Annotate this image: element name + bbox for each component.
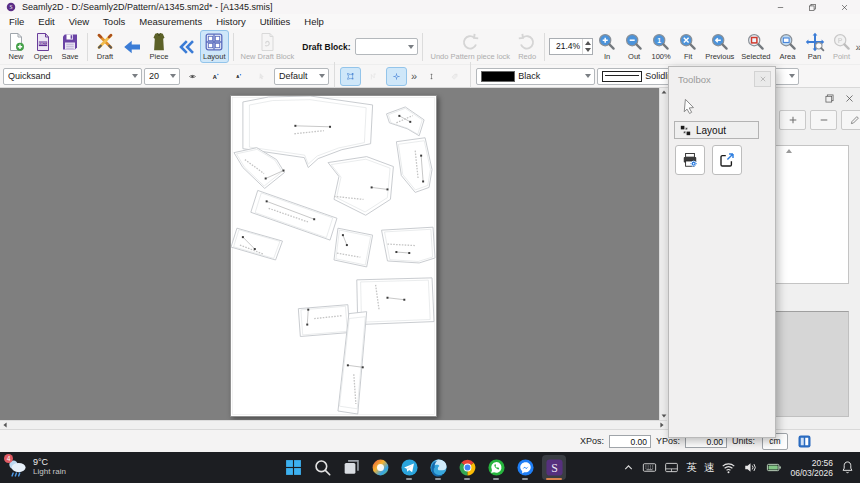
layout-mode-button[interactable]: Layout [200, 30, 229, 63]
menu-view[interactable]: View [62, 16, 96, 27]
taskbar-edge[interactable] [426, 455, 450, 480]
taskbar-whatsapp[interactable] [484, 455, 508, 480]
toolbox-title-bar[interactable]: Toolbox [669, 67, 775, 88]
decrease-font-button[interactable]: A [228, 67, 249, 86]
toolbox-layout-group[interactable]: Layout [674, 121, 759, 139]
wifi-icon[interactable] [721, 460, 736, 475]
export-layout-button[interactable] [712, 145, 742, 175]
new-button[interactable]: New [3, 30, 29, 63]
taskbar-start[interactable] [281, 455, 305, 480]
drawing-canvas[interactable] [0, 88, 667, 429]
zoom-fit-button[interactable]: Fit [675, 30, 701, 63]
goto-draft-arrow-button[interactable] [119, 35, 145, 59]
goto-piece-arrow-button[interactable] [173, 35, 199, 59]
zoom-selected-button[interactable]: Selected [738, 30, 773, 63]
weather-condition: Light rain [33, 467, 66, 477]
toolbar-overflow-button[interactable]: » [856, 41, 860, 53]
horizontal-scrollbar[interactable] [0, 420, 667, 429]
restore-button[interactable] [796, 0, 828, 14]
label-tool-button[interactable] [444, 67, 465, 86]
info-icon[interactable] [797, 434, 812, 449]
notifications-bell-icon[interactable] [840, 460, 855, 475]
input-mode-indicator[interactable]: 速 [704, 461, 715, 475]
scroll-up-icon[interactable] [661, 90, 666, 93]
input-language-indicator[interactable]: 英 [686, 461, 697, 475]
edit-group-button[interactable] [841, 110, 860, 130]
redo-button[interactable]: Redo [514, 30, 540, 63]
zoom-spinner[interactable]: 21.4% [549, 38, 593, 55]
touchpad-icon[interactable] [664, 460, 679, 475]
menu-file[interactable]: File [2, 16, 31, 27]
zoom-out-button[interactable]: Out [621, 30, 647, 63]
pan-button[interactable]: Pan [802, 30, 828, 63]
taskbar-task-view[interactable] [339, 455, 363, 480]
speaker-icon[interactable] [743, 460, 758, 475]
pattern-piece[interactable] [396, 138, 432, 193]
add-group-button[interactable] [779, 110, 806, 130]
save-button[interactable]: Save [57, 30, 83, 63]
show-point-names-button[interactable] [182, 67, 203, 86]
spin-up-icon[interactable] [585, 41, 591, 45]
zoom-previous-button[interactable]: Previous [702, 30, 737, 63]
battery-icon[interactable] [765, 460, 783, 475]
increase-font-button[interactable]: A [205, 67, 226, 86]
print-layout-button[interactable] [675, 145, 705, 175]
zoom-in-button[interactable]: In [594, 30, 620, 63]
arrow-pointer-tool-button[interactable] [674, 91, 704, 121]
undo-button[interactable]: Undo Pattern piece lock [427, 30, 513, 63]
font-size-combo[interactable]: 20 [144, 68, 180, 85]
pattern-piece[interactable] [357, 278, 434, 325]
taskbar-weather-widget[interactable]: 4 9°C Light rain [6, 456, 66, 478]
taskbar-copilot[interactable] [368, 455, 392, 480]
menu-edit[interactable]: Edit [31, 16, 61, 27]
open-button[interactable]: SM2DOpen [30, 30, 56, 63]
scroll-left-icon[interactable] [3, 423, 6, 428]
dock-close-icon[interactable] [844, 93, 855, 104]
remove-group-button[interactable] [810, 110, 837, 130]
draft-block-combo[interactable] [355, 38, 418, 55]
menu-tools[interactable]: Tools [96, 16, 132, 27]
grain-dot [282, 170, 284, 172]
tray-chevron-up-icon[interactable] [622, 461, 635, 474]
move-tool-button[interactable] [386, 67, 407, 86]
length-tool-button[interactable] [421, 67, 442, 86]
toolbox-close-button[interactable] [754, 71, 771, 87]
path-tool-button[interactable] [363, 67, 384, 86]
menu-help[interactable]: Help [297, 16, 331, 27]
taskbar-seamly2d[interactable]: S [542, 455, 566, 480]
taskbar-messenger[interactable] [513, 455, 537, 480]
taskbar-search[interactable] [310, 455, 334, 480]
zoom-point-button[interactable]: PPoint [829, 30, 855, 63]
pattern-piece[interactable] [328, 157, 393, 216]
menu-utilities[interactable]: Utilities [253, 16, 298, 27]
minimize-button[interactable] [764, 0, 796, 14]
save-button-label: Save [61, 52, 78, 61]
keyboard-icon[interactable] [642, 460, 657, 475]
zoom-100-button[interactable]: 1100% [648, 30, 674, 63]
scroll-down-icon[interactable] [661, 414, 666, 417]
union-tool-button[interactable] [340, 67, 361, 86]
taskbar-chrome[interactable] [455, 455, 479, 480]
zoom-point-icon: P [832, 32, 852, 52]
float-panel-icon[interactable] [824, 93, 835, 104]
line-color-combo[interactable]: Black [476, 68, 595, 85]
vertical-scrollbar[interactable] [659, 88, 667, 420]
scroll-right-icon[interactable] [660, 423, 663, 428]
taskbar-telegram[interactable] [397, 455, 421, 480]
menu-measurements[interactable]: Measurements [132, 16, 209, 27]
pointer-tool-button[interactable] [251, 67, 272, 86]
tools-overflow-button[interactable]: » [411, 70, 417, 82]
spin-down-icon[interactable] [585, 48, 591, 52]
dock-list[interactable] [773, 145, 849, 284]
piece-mode-button[interactable]: Piece [146, 30, 172, 63]
menu-history[interactable]: History [209, 16, 253, 27]
close-button[interactable] [828, 0, 860, 14]
label-template-combo[interactable]: Default [274, 68, 329, 85]
draft-mode-button[interactable]: Draft [92, 30, 118, 63]
clock-widget[interactable]: 20:56 06/03/2026 [790, 458, 833, 478]
zoom-area-button[interactable]: Area [775, 30, 801, 63]
new-draft-block-button[interactable]: New Draft Block [238, 30, 298, 63]
font-family-combo[interactable]: Quicksand [3, 68, 142, 85]
pattern-piece[interactable] [251, 190, 337, 240]
pattern-piece[interactable] [334, 228, 373, 267]
